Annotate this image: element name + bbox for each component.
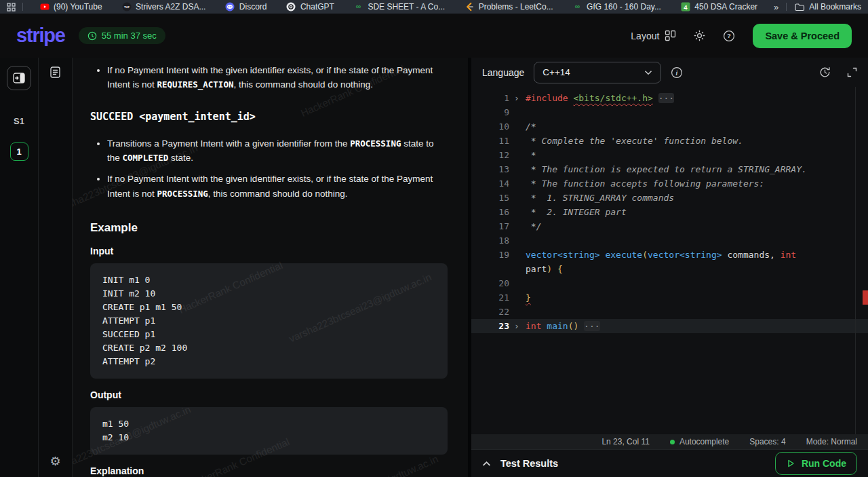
- code-line-11[interactable]: 11 * Complete the 'execute' function bel…: [471, 134, 868, 148]
- code-line-9[interactable]: 9: [471, 105, 868, 119]
- codeblock-line: ATTEMPT p2: [102, 355, 435, 368]
- fold-chevron-icon[interactable]: ›: [509, 91, 524, 105]
- code-line-13[interactable]: 13 * The function is expected to return …: [471, 162, 868, 176]
- settings-button[interactable]: ⚙: [50, 455, 60, 468]
- fold-chevron-icon[interactable]: ›: [509, 319, 524, 333]
- code-line-23[interactable]: 23›int main() ···: [471, 319, 868, 333]
- line-number: 15: [471, 191, 509, 205]
- code-text: * The function accepts following paramet…: [526, 176, 764, 191]
- bookmark-item-leetcode[interactable]: Problems - LeetCo...: [465, 2, 553, 12]
- code-line-wrap[interactable]: part) {: [471, 262, 868, 276]
- code-line-20[interactable]: 20: [471, 276, 868, 290]
- language-select[interactable]: C++14: [534, 62, 661, 83]
- fold-spacer: [509, 148, 524, 162]
- autocomplete-toggle[interactable]: Autocomplete: [670, 437, 729, 446]
- fullscreen-button[interactable]: [847, 67, 857, 77]
- scrollbar-track[interactable]: [855, 87, 856, 434]
- code-line-14[interactable]: 14 * The function accepts following para…: [471, 176, 868, 191]
- problem-h3: Output: [90, 389, 448, 400]
- question-circle-icon: ?: [723, 30, 735, 42]
- bookmark-label: Strivers A2Z DSA...: [136, 2, 205, 12]
- code-editor-panel: Language C++14 i: [471, 58, 868, 477]
- code-line-16[interactable]: 16 * 2. INTEGER part: [471, 205, 868, 219]
- problem-statement-button[interactable]: [49, 66, 62, 79]
- theme-toggle-button[interactable]: [694, 30, 705, 41]
- save-proceed-button[interactable]: Save & Proceed: [753, 24, 852, 48]
- bookmark-item-discord[interactable]: Discord: [225, 2, 267, 12]
- token: int: [526, 321, 541, 331]
- bookmark-item-youtube[interactable]: (90) YouTube: [39, 2, 102, 12]
- bookmark-item-chatgpt[interactable]: ChatGPT: [286, 2, 334, 12]
- help-button[interactable]: ?: [723, 30, 735, 42]
- text-segment: , this command should do nothing.: [208, 189, 348, 199]
- token: * The function is expected to return a S…: [526, 164, 807, 174]
- revert-history-button[interactable]: [819, 66, 831, 78]
- chatgpt-favicon-icon: [286, 2, 296, 12]
- code-line-18[interactable]: 18: [471, 233, 868, 248]
- codeblock-line: m1 50: [102, 417, 435, 431]
- cursor-position: Ln 23, Col 11: [601, 437, 650, 446]
- bookmark-label: (90) YouTube: [54, 2, 102, 12]
- line-number: 10: [471, 119, 509, 134]
- fold-spacer: [509, 219, 524, 233]
- code-line-12[interactable]: 12 *: [471, 148, 868, 162]
- line-number: 11: [471, 134, 509, 148]
- layout-control[interactable]: Layout: [631, 30, 676, 41]
- fold-spacer: [509, 162, 524, 176]
- token: ···: [658, 93, 674, 103]
- collapse-panel-button[interactable]: [7, 66, 31, 90]
- language-info-button[interactable]: i: [671, 66, 683, 79]
- code-text: /*: [526, 119, 536, 134]
- token: [653, 93, 658, 103]
- token: */: [526, 221, 541, 231]
- code-text: * 1. STRING_ARRAY commands: [526, 191, 674, 205]
- code-text: * The function is expected to return a S…: [526, 162, 807, 176]
- token: * Complete the 'execute' function below.: [526, 136, 743, 146]
- section-label: S1: [14, 116, 24, 126]
- code-line-15[interactable]: 15 * 1. STRING_ARRAY commands: [471, 191, 868, 205]
- question-1-button[interactable]: 1: [10, 142, 28, 161]
- all-bookmarks-label: All Bookmarks: [809, 2, 861, 12]
- code-text: */: [526, 219, 541, 233]
- token: * The function accepts following paramet…: [526, 178, 764, 189]
- all-bookmarks-button[interactable]: All Bookmarks: [795, 2, 861, 12]
- run-code-button[interactable]: Run Code: [775, 452, 857, 475]
- code-line-10[interactable]: 10/*: [471, 119, 868, 134]
- language-value: C++14: [542, 67, 570, 77]
- code-text: part) {: [526, 262, 563, 276]
- token: * 1. STRING_ARRAY commands: [526, 193, 674, 203]
- bookmarks-overflow-chevron[interactable]: »: [774, 2, 778, 12]
- code-line-17[interactable]: 17 */: [471, 219, 868, 233]
- main-content: S1 1 ⚙ If no Payment Intent with the giv…: [0, 58, 868, 477]
- bookmark-item-gfg[interactable]: ∞GfG 160 - 160 Day...: [572, 2, 661, 12]
- info-circle-icon: i: [671, 66, 683, 79]
- problem-h3: Explanation: [90, 465, 448, 476]
- problem-bullets: If no Payment Intent with the given iden…: [90, 63, 448, 92]
- spaces-setting[interactable]: Spaces: 4: [749, 437, 785, 446]
- line-gutter: 22: [471, 305, 526, 319]
- problem-h3: Input: [90, 246, 448, 256]
- bookmark-item-gfg[interactable]: ∞SDE SHEET - A Co...: [353, 2, 445, 12]
- test-results-title[interactable]: Test Results: [500, 458, 558, 469]
- code-line-19[interactable]: 19vector<string> execute(vector<string> …: [471, 248, 868, 262]
- fold-spacer: [509, 262, 524, 276]
- svg-text:∞: ∞: [356, 2, 361, 10]
- code-line-21[interactable]: 21}: [471, 290, 868, 305]
- code-line-22[interactable]: 22: [471, 305, 868, 319]
- code-text: int main() ···: [526, 319, 600, 333]
- bookmark-item-dsa4[interactable]: 4450 DSA Cracker: [680, 2, 757, 12]
- divider: [786, 3, 787, 11]
- divider: [22, 3, 23, 11]
- mode-setting[interactable]: Mode: Normal: [806, 437, 857, 446]
- bookmark-items: (90) YouTubeTUFStrivers A2Z DSA...Discor…: [30, 2, 767, 12]
- browser-bookmarks-bar: (90) YouTubeTUFStrivers A2Z DSA...Discor…: [0, 0, 868, 14]
- line-number: 17: [471, 219, 509, 233]
- bookmark-item-tuf[interactable]: TUFStrivers A2Z DSA...: [121, 2, 205, 12]
- token: vector<string>: [526, 250, 600, 260]
- text-segment: , this command should do nothing.: [233, 79, 373, 90]
- apps-grid-icon[interactable]: [7, 3, 16, 12]
- expand-test-results-button[interactable]: [482, 461, 491, 467]
- code-area[interactable]: 1›#include <bits/stdc++.h> ···910/*11 * …: [471, 87, 868, 434]
- line-number: [471, 262, 509, 276]
- code-line-1[interactable]: 1›#include <bits/stdc++.h> ···: [471, 91, 868, 105]
